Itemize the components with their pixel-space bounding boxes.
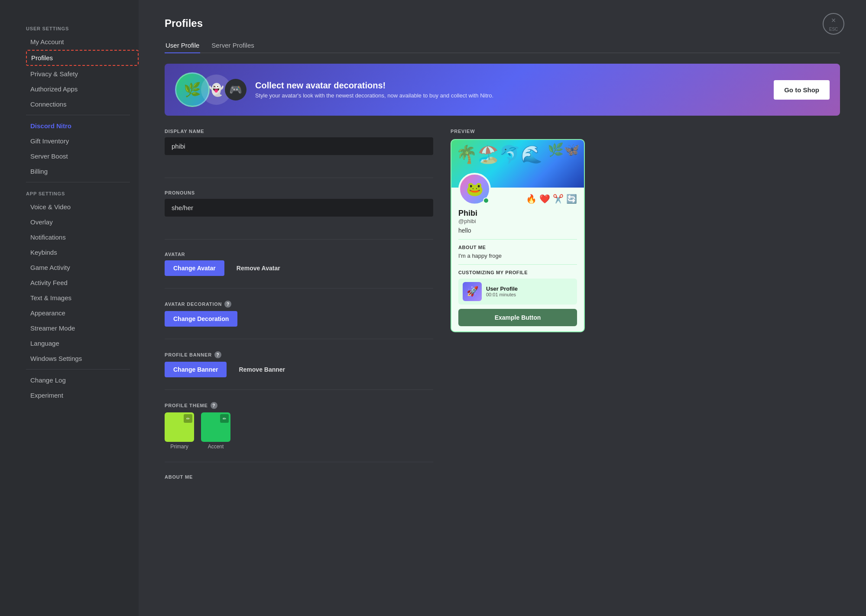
activity-card: 🚀 User Profile 00:01 minutes <box>458 279 577 305</box>
tab-server-profiles[interactable]: Server Profiles <box>211 38 255 52</box>
sidebar-item-language[interactable]: Language <box>26 336 139 350</box>
activity-title: User Profile <box>486 285 518 292</box>
sidebar-item-profiles[interactable]: Profiles <box>26 50 139 66</box>
avatar-decoration-section: AVATAR DECORATION ? Change Decoration <box>165 301 433 339</box>
sidebar-item-label: Authorized Apps <box>30 85 78 93</box>
tab-user-profile[interactable]: User Profile <box>165 38 200 52</box>
sidebar-item-label: My Account <box>30 38 64 45</box>
sidebar-item-windows-settings[interactable]: Windows Settings <box>26 351 139 366</box>
sidebar-item-label: Keybinds <box>30 249 57 256</box>
main-content: × ESC Profiles User Profile Server Profi… <box>139 0 866 616</box>
close-button[interactable]: × ESC <box>823 13 844 35</box>
go-to-shop-button[interactable]: Go to Shop <box>774 80 830 100</box>
sidebar-item-label: Text & Images <box>30 294 71 302</box>
change-decoration-button[interactable]: Change Decoration <box>165 311 237 327</box>
sidebar-item-label: Experiment <box>30 392 63 399</box>
profile-preview-card: 🐸 🔥 ❤️ ✂️ 🔄 Phibi @phibi hello ABO <box>451 139 585 332</box>
form-section: DISPLAY NAME PRONOUNS AVATAR Change Avat… <box>165 129 433 507</box>
customizing-label: CUSTOMIZING MY PROFILE <box>458 270 577 275</box>
sidebar-item-label: Voice & Video <box>30 203 71 211</box>
profile-username: @phibi <box>458 218 577 224</box>
pronouns-label: PRONOUNS <box>165 190 433 195</box>
sidebar-item-privacy-safety[interactable]: Privacy & Safety <box>26 67 139 81</box>
badge-4: 🔄 <box>566 194 577 204</box>
sidebar-item-discord-nitro[interactable]: Discord Nitro <box>26 119 139 133</box>
remove-banner-button[interactable]: Remove Banner <box>237 362 287 377</box>
profile-info: Phibi @phibi hello ABOUT ME I'm a happy … <box>451 205 584 331</box>
accent-label: Accent <box>201 444 230 450</box>
tabs: User Profile Server Profiles <box>165 38 840 53</box>
primary-color-block: ✏ <box>165 412 194 442</box>
change-banner-button[interactable]: Change Banner <box>165 362 227 377</box>
example-button[interactable]: Example Button <box>458 309 577 326</box>
sidebar-item-text-images[interactable]: Text & Images <box>26 291 139 305</box>
sidebar-item-label: Windows Settings <box>30 355 82 362</box>
profile-bio: hello <box>458 227 577 234</box>
sidebar-item-overlay[interactable]: Overlay <box>26 215 139 229</box>
activity-info: User Profile 00:01 minutes <box>486 285 518 297</box>
preview-label: PREVIEW <box>451 129 585 134</box>
sidebar-item-experiment[interactable]: Experiment <box>26 388 139 402</box>
esc-label: ESC <box>829 27 838 32</box>
profile-name: Phibi <box>458 209 577 218</box>
primary-color-swatch[interactable]: ✏ Primary <box>165 412 194 450</box>
about-me-text: I'm a happy froge <box>458 253 577 259</box>
sidebar-divider-3 <box>26 369 130 370</box>
sidebar-item-activity-feed[interactable]: Activity Feed <box>26 276 139 290</box>
sidebar-item-connections[interactable]: Connections <box>26 97 139 111</box>
sidebar-item-my-account[interactable]: My Account <box>26 35 139 49</box>
display-name-section: DISPLAY NAME <box>165 129 433 178</box>
sidebar-item-voice-video[interactable]: Voice & Video <box>26 200 139 214</box>
sidebar-item-label: Profiles <box>31 54 53 62</box>
sidebar-item-label: Overlay <box>30 218 53 226</box>
accent-color-swatch[interactable]: ✏ Accent <box>201 412 230 450</box>
profile-banner-info-icon[interactable]: ? <box>214 351 221 358</box>
avatar-section: AVATAR Change Avatar Remove Avatar <box>165 252 433 289</box>
sidebar-item-notifications[interactable]: Notifications <box>26 230 139 244</box>
profile-theme-label: PROFILE THEME ? <box>165 402 433 409</box>
content-layout: DISPLAY NAME PRONOUNS AVATAR Change Avat… <box>165 129 840 507</box>
sidebar-item-game-activity[interactable]: Game Activity <box>26 260 139 275</box>
user-settings-section-label: USER SETTINGS <box>26 26 139 31</box>
profile-divider <box>458 239 577 240</box>
sidebar-item-label: Billing <box>30 168 48 175</box>
display-name-input[interactable] <box>165 137 433 155</box>
sidebar-item-keybinds[interactable]: Keybinds <box>26 245 139 259</box>
sidebar-item-authorized-apps[interactable]: Authorized Apps <box>26 82 139 96</box>
sidebar-item-streamer-mode[interactable]: Streamer Mode <box>26 321 139 335</box>
profile-theme-info-icon[interactable]: ? <box>211 402 217 409</box>
promo-avatar-3: 🎮 <box>225 79 247 101</box>
sidebar-item-billing[interactable]: Billing <box>26 164 139 178</box>
promo-title: Collect new avatar decorations! <box>255 81 765 91</box>
sidebar-item-gift-inventory[interactable]: Gift Inventory <box>26 134 139 148</box>
profile-avatar-section: 🐸 🔥 ❤️ ✂️ 🔄 <box>451 188 584 205</box>
remove-avatar-button[interactable]: Remove Avatar <box>235 260 282 276</box>
pronouns-input[interactable] <box>165 199 433 217</box>
promo-avatars: 🌿 👻 🎮 <box>175 72 247 107</box>
page-title: Profiles <box>165 17 840 29</box>
app-settings-section-label: APP SETTINGS <box>26 191 139 196</box>
accent-color-block: ✏ <box>201 412 230 442</box>
badge-2: ❤️ <box>539 194 550 204</box>
change-avatar-button[interactable]: Change Avatar <box>165 260 224 276</box>
avatar-decoration-label: AVATAR DECORATION ? <box>165 301 433 308</box>
profile-avatar-wrapper: 🐸 <box>458 173 491 205</box>
sidebar: USER SETTINGS My Account Profiles Privac… <box>0 0 139 616</box>
primary-edit-icon: ✏ <box>184 414 192 423</box>
profile-theme-section: PROFILE THEME ? ✏ Primary ✏ Accent <box>165 402 433 462</box>
promo-banner: 🌿 👻 🎮 Collect new avatar decorations! St… <box>165 64 840 116</box>
promo-text: Collect new avatar decorations! Style yo… <box>255 81 765 99</box>
about-me-label: ABOUT ME <box>165 474 433 480</box>
sidebar-item-label: Game Activity <box>30 264 70 271</box>
sidebar-item-label: Connections <box>30 101 66 108</box>
avatar-status-indicator <box>483 198 489 204</box>
badge-3: ✂️ <box>553 194 564 204</box>
theme-swatches: ✏ Primary ✏ Accent <box>165 412 433 450</box>
sidebar-item-server-boost[interactable]: Server Boost <box>26 149 139 163</box>
sidebar-item-change-log[interactable]: Change Log <box>26 373 139 387</box>
sidebar-item-appearance[interactable]: Appearance <box>26 306 139 320</box>
profile-badges: 🔥 ❤️ ✂️ 🔄 <box>526 194 577 204</box>
avatar-decoration-info-icon[interactable]: ? <box>224 301 231 308</box>
profile-divider-2 <box>458 264 577 265</box>
accent-edit-icon: ✏ <box>220 414 229 423</box>
